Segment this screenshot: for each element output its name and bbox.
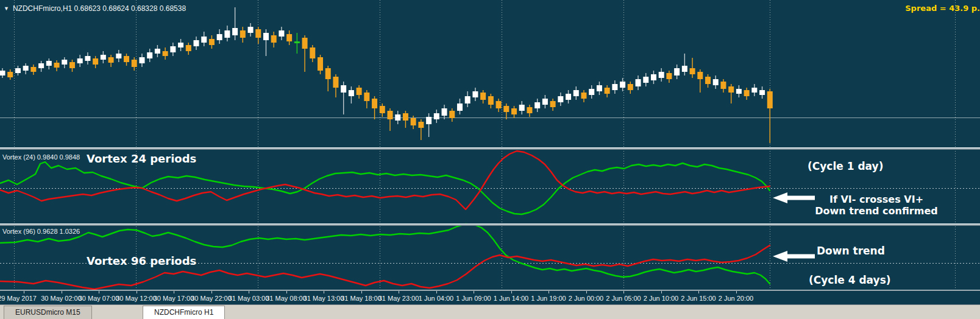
time-axis-label: 29 May 2017 (0, 295, 37, 302)
candle (434, 113, 439, 119)
time-axis-label: 30 May 17:00 (154, 295, 194, 302)
candle (388, 111, 393, 119)
candle (713, 79, 719, 85)
candle (271, 35, 277, 43)
symbol-dropdown-icon[interactable]: ▼ (4, 5, 9, 12)
candle (682, 66, 687, 72)
candle (279, 30, 284, 37)
candle (620, 82, 625, 88)
time-axis-tick (62, 291, 62, 293)
candle (46, 61, 52, 66)
candle (558, 96, 563, 102)
candle (542, 99, 548, 105)
time-axis-tick (623, 291, 624, 293)
time-axis-tick (661, 291, 662, 293)
candle (426, 117, 431, 124)
time-axis[interactable]: 29 May 201730 May 02:0030 May 07:0030 Ma… (0, 291, 980, 304)
time-axis-label: 2 Jun 05:00 (606, 295, 641, 302)
candle (217, 34, 222, 40)
candle (318, 57, 323, 71)
candle (194, 40, 199, 46)
chart-tab-bar: EURUSDmicro M15 NZDCHFmicro H1 (0, 304, 980, 319)
candle (628, 84, 633, 90)
tab-nzdchfmicro-h1[interactable]: NZDCHFmicro H1 (143, 306, 225, 319)
candle (93, 58, 98, 65)
left-arrow-icon (772, 249, 817, 264)
candle (240, 30, 246, 38)
candle (767, 91, 773, 108)
candle (108, 57, 114, 63)
vortex96-indicator-label: Vortex (96) 0.9628 1.0326 (2, 228, 80, 235)
candle (527, 107, 532, 113)
tab-eurusdmicro-m15[interactable]: EURUSDmicro M15 (4, 306, 92, 319)
time-axis-label: 31 May 23:00 (378, 295, 419, 302)
candle (163, 51, 168, 56)
time-axis-label: 30 May 12:00 (116, 295, 157, 302)
time-axis-tick (474, 291, 474, 293)
time-axis-label: 31 May 13:00 (304, 295, 344, 302)
candle (178, 43, 183, 47)
time-axis-label: 2 Jun 20:00 (719, 295, 754, 302)
vortex24-signal-line2: Down trend confirmed (774, 205, 979, 217)
candle (403, 113, 408, 121)
time-axis-tick (361, 291, 362, 293)
time-axis-tick (174, 291, 174, 293)
candle (442, 108, 447, 116)
time-axis-label: 1 Jun 04:00 (419, 295, 454, 302)
candle (325, 68, 331, 79)
time-axis-tick (511, 291, 512, 293)
candle (395, 114, 400, 121)
candle (605, 88, 610, 94)
left-arrow-icon (772, 191, 817, 205)
time-axis-label: 1 Jun 09:00 (456, 295, 491, 302)
mt4-chart-window: ▼NZDCHFmicro,H1 0.68623 0.68624 0.68328 … (0, 0, 980, 319)
candle (659, 72, 664, 78)
candle (519, 105, 525, 111)
candle (573, 90, 579, 96)
candle (333, 77, 338, 88)
candle (744, 90, 750, 96)
candle (597, 85, 602, 91)
candle (550, 101, 556, 107)
candle (728, 86, 734, 93)
time-axis-label: 2 Jun 10:00 (644, 295, 679, 302)
candle (472, 91, 478, 97)
time-axis-label: 1 Jun 19:00 (531, 295, 566, 302)
candle (232, 28, 238, 35)
candle (690, 68, 695, 74)
time-axis-tick (137, 291, 137, 293)
time-axis-label: 30 May 07:00 (79, 295, 119, 302)
candle (255, 29, 261, 38)
panel-separator[interactable] (0, 223, 980, 226)
candle (139, 57, 144, 63)
time-axis-tick (211, 291, 212, 293)
candle (124, 56, 129, 62)
candle (341, 85, 346, 93)
vortex96-annotation-title: Vortex 96 periods (87, 254, 196, 267)
candle (643, 77, 648, 83)
candle (449, 111, 455, 118)
candle (201, 37, 207, 43)
candle (636, 79, 641, 86)
candle (38, 63, 44, 68)
candle (651, 74, 656, 80)
time-axis-tick (436, 291, 437, 293)
time-axis-tick (324, 291, 324, 293)
candle (69, 62, 75, 68)
candle (286, 34, 292, 41)
candle (116, 54, 121, 58)
panel-separator[interactable] (0, 147, 980, 150)
time-axis-label: 30 May 02:00 (41, 295, 82, 302)
candle (263, 33, 269, 40)
candle (85, 56, 90, 61)
vortex24-indicator-label: Vortex (24) 0.9840 0.9848 (2, 153, 80, 161)
vortex-series-down (0, 245, 770, 289)
vortex96-cycle-note: (Cycle 4 days) (809, 274, 891, 286)
candle (62, 60, 67, 65)
candle (418, 122, 424, 128)
candle (364, 93, 369, 101)
candle (480, 93, 486, 100)
candle (155, 49, 160, 54)
candle (511, 108, 517, 114)
candle (357, 88, 362, 95)
